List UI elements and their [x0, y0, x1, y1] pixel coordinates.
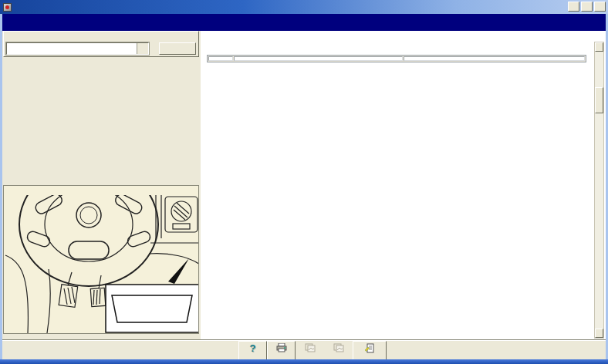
fehlercode-search-panel — [3, 31, 199, 57]
help-icon: ? — [239, 342, 266, 353]
search-panel-label — [6, 32, 196, 42]
next-image-button — [324, 341, 353, 360]
header-part — [234, 56, 403, 61]
pictures-icon — [296, 342, 323, 353]
function-key-toolbar: ? — [2, 340, 606, 359]
application-window: ? — [0, 0, 608, 364]
notes-button[interactable] — [353, 341, 387, 360]
app-body: ? — [0, 31, 608, 359]
notes-icon — [353, 342, 386, 353]
scroll-down-icon[interactable] — [595, 329, 603, 338]
fault-code-table-wrap — [207, 55, 588, 339]
taskbar-edge — [0, 359, 608, 364]
close-button[interactable] — [594, 2, 606, 12]
header-mb-code — [208, 56, 233, 61]
fault-code-table — [207, 55, 586, 62]
help-button[interactable]: ? — [238, 341, 267, 360]
print-button[interactable] — [267, 341, 296, 360]
printer-icon — [268, 342, 295, 353]
vertical-scrollbar[interactable] — [594, 42, 604, 339]
motordiagnose-panel — [3, 185, 199, 334]
table-header-row — [208, 56, 585, 61]
pictures-icon — [325, 342, 352, 353]
vehicle-line — [7, 15, 606, 22]
motordiagnose-drawing — [4, 195, 199, 333]
titlebar — [0, 0, 608, 14]
minimize-button[interactable] — [568, 2, 579, 12]
app-icon — [3, 3, 12, 12]
search-button[interactable] — [159, 42, 196, 55]
fault-code-content — [201, 31, 606, 340]
chevron-down-icon[interactable] — [137, 43, 148, 54]
header-cause — [404, 56, 585, 61]
scrollbar-thumb[interactable] — [595, 87, 603, 113]
scroll-up-icon[interactable] — [595, 42, 603, 52]
restore-button[interactable] — [581, 2, 593, 12]
sidebar — [3, 31, 199, 58]
previous-image-button — [296, 341, 324, 360]
vehicle-info-bar — [0, 14, 608, 31]
code-filter-value — [7, 43, 137, 54]
code-filter-dropdown[interactable] — [6, 42, 149, 55]
window-controls — [568, 2, 606, 12]
